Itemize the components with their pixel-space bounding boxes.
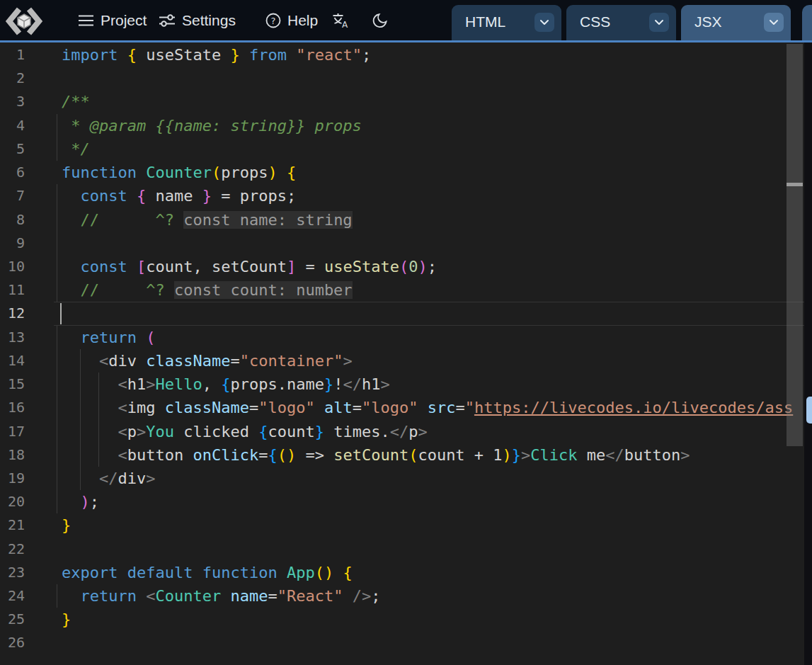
line-number[interactable]: 8	[0, 208, 25, 232]
line-number[interactable]: 11	[0, 278, 25, 302]
code-token: p	[127, 423, 137, 441]
line-number[interactable]: 6	[0, 161, 25, 184]
jsx-dropdown-button[interactable]	[764, 13, 784, 32]
line-number[interactable]: 16	[0, 396, 25, 419]
code-token: )	[324, 564, 333, 581]
code-token: <	[146, 587, 155, 605]
code-token: )	[418, 258, 427, 275]
indent-guide	[80, 373, 81, 396]
code-text: }	[62, 513, 71, 537]
help-menu-button[interactable]: ? Help	[265, 0, 318, 40]
code-token: useState	[137, 46, 230, 64]
code-token: </	[605, 446, 624, 464]
code-line[interactable]: 20 );	[0, 490, 804, 513]
code-line[interactable]: 15 <h1>Hello, {props.name}!</h1>	[0, 373, 804, 396]
code-editor[interactable]: 1import { useState } from "react";23/**4…	[0, 42, 812, 665]
code-token: }	[62, 516, 71, 534]
splitter-handle[interactable]	[806, 397, 812, 424]
code-line[interactable]: 7 const { name } = props;	[0, 184, 804, 208]
code-line[interactable]: 16 <img className="logo" alt="logo" src=…	[0, 396, 804, 419]
livecodes-logo-icon[interactable]	[4, 6, 44, 37]
settings-menu-button[interactable]: Settings	[159, 0, 236, 40]
code-line[interactable]: 18 <button onClick={() => setCount(count…	[0, 443, 804, 467]
code-line[interactable]: 13 return (	[0, 326, 804, 349]
code-line[interactable]: 11 // ^? const count: number	[0, 278, 804, 302]
line-number[interactable]: 3	[0, 90, 25, 113]
line-number[interactable]: 5	[0, 137, 25, 161]
code-line[interactable]: 2	[0, 67, 804, 90]
code-line[interactable]: 23export default function App() {	[0, 561, 804, 584]
line-number[interactable]: 24	[0, 584, 25, 608]
code-line[interactable]: 17 <p>You clicked {count} times.</p>	[0, 420, 804, 443]
code-line[interactable]: 14 <div className="container">	[0, 349, 804, 373]
line-number[interactable]: 18	[0, 443, 25, 467]
line-number[interactable]: 21	[0, 513, 25, 537]
line-number[interactable]: 20	[0, 490, 25, 513]
code-line[interactable]: 19 </div>	[0, 467, 804, 490]
code-text: const { name } = props;	[62, 184, 296, 208]
line-number[interactable]: 19	[0, 467, 25, 490]
code-token: }	[315, 423, 324, 441]
indent-guide	[57, 137, 57, 161]
code-token	[62, 423, 118, 441]
code-line[interactable]: 4 * @param {{name: string}} props	[0, 114, 804, 137]
indent-guide	[57, 443, 57, 467]
code-token: (	[315, 564, 324, 581]
css-dropdown-button[interactable]	[649, 13, 669, 32]
line-number[interactable]: 7	[0, 184, 25, 208]
code-line[interactable]: 3/**	[0, 90, 804, 113]
tab-html[interactable]: HTML	[452, 5, 561, 40]
translate-icon: A	[331, 12, 350, 29]
project-menu-button[interactable]: Project	[78, 0, 147, 40]
code-token: return	[81, 587, 137, 605]
code-line[interactable]: 22	[0, 538, 804, 561]
code-line[interactable]: 12	[0, 302, 804, 325]
code-line[interactable]: 1import { useState } from "react";	[0, 43, 804, 67]
line-number[interactable]: 17	[0, 420, 25, 443]
code-line[interactable]: 26	[0, 631, 804, 654]
line-number[interactable]: 22	[0, 538, 25, 561]
line-number[interactable]: 10	[0, 255, 25, 278]
url-link[interactable]: https://livecodes.io/livecodes/ass	[474, 399, 793, 416]
indent-guide	[57, 278, 57, 302]
code-token: <	[99, 352, 108, 370]
code-text: import { useState } from "react";	[62, 43, 371, 67]
line-number[interactable]: 26	[0, 631, 25, 654]
html-dropdown-button[interactable]	[534, 13, 554, 32]
code-line[interactable]: 25}	[0, 608, 804, 631]
code-token	[278, 164, 287, 181]
tab-jsx[interactable]: JSX	[681, 5, 791, 40]
line-number[interactable]: 4	[0, 114, 25, 137]
line-number[interactable]: 12	[0, 302, 25, 325]
code-token: {	[287, 164, 296, 181]
line-number[interactable]: 15	[0, 373, 25, 396]
code-token: const count: number	[174, 281, 353, 299]
code-text: );	[62, 490, 99, 513]
code-token: "React"	[278, 587, 343, 605]
line-number[interactable]: 23	[0, 561, 25, 584]
code-line[interactable]: 10 const [count, setCount] = useState(0)…	[0, 255, 804, 278]
line-number[interactable]: 9	[0, 232, 25, 255]
code-token: {	[221, 375, 230, 393]
code-line[interactable]: 8 // ^? const name: string	[0, 208, 804, 232]
vertical-scrollbar-thumb[interactable]	[787, 44, 803, 446]
dark-mode-button[interactable]	[372, 0, 389, 40]
tab-css[interactable]: CSS	[566, 5, 676, 40]
line-number[interactable]: 14	[0, 349, 25, 373]
line-number[interactable]: 13	[0, 326, 25, 349]
partial-tab[interactable]	[802, 5, 812, 40]
code-line[interactable]: 6function Counter(props) {	[0, 161, 804, 184]
translate-button[interactable]: A	[331, 0, 350, 40]
line-number[interactable]: 2	[0, 67, 25, 90]
code-token: function	[62, 164, 137, 181]
line-number[interactable]: 1	[0, 43, 25, 67]
line-number[interactable]: 25	[0, 608, 25, 631]
code-area[interactable]: 1import { useState } from "react";23/**4…	[0, 43, 804, 655]
code-line[interactable]: 24 return <Counter name="React" />;	[0, 584, 804, 608]
code-token	[137, 164, 146, 181]
code-token: name	[230, 587, 268, 605]
code-token: >	[146, 470, 155, 487]
code-line[interactable]: 5 */	[0, 137, 804, 161]
code-line[interactable]: 21}	[0, 513, 804, 537]
code-line[interactable]: 9	[0, 232, 804, 255]
